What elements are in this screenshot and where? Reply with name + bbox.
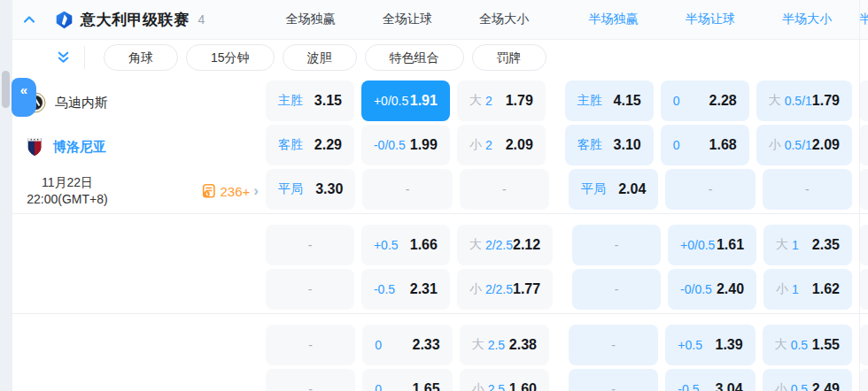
odds-cell[interactable]: 大21.79: [457, 80, 546, 121]
home-team-row[interactable]: 乌迪内斯: [12, 80, 266, 125]
odds-line-value: 2.5: [488, 382, 505, 391]
secondary-odds-group: -+0.51.66大2/2.52.12-+0/0.51.61大12.35--0.…: [12, 214, 868, 313]
odds-cell[interactable]: 01.65: [362, 369, 452, 391]
odds-option-label: +0/0.5: [680, 238, 715, 252]
empty-odds-dash: -: [611, 382, 616, 391]
odds-value: 1.99: [410, 137, 438, 153]
filter-pill[interactable]: 15分钟: [186, 44, 275, 71]
odds-line-value: 1: [792, 238, 799, 252]
odds-cell[interactable]: -0.53.04: [665, 369, 755, 391]
odds-cell[interactable]: 平局3.30: [266, 169, 355, 210]
filter-pill[interactable]: 角球: [104, 44, 178, 71]
odds-option-label: 0: [673, 94, 680, 108]
away-team-crest-icon: [25, 136, 44, 157]
next-column-sliver-cell: [859, 225, 868, 265]
collapse-panel-tab[interactable]: «: [12, 78, 36, 117]
odds-line-value: 0.5/1: [785, 138, 812, 152]
odds-value: 2.31: [410, 281, 438, 297]
expand-double-chevron-down-icon[interactable]: [55, 50, 72, 66]
odds-cell[interactable]: +0/0.51.61: [668, 225, 756, 265]
odds-cell[interactable]: 小2/2.51.77: [457, 269, 553, 310]
more-markets-link[interactable]: 236+ ›: [201, 183, 259, 199]
left-gutter: [0, 0, 12, 391]
odds-value: 1.68: [709, 137, 737, 153]
odds-option-label: 0: [375, 382, 382, 391]
column-header-1[interactable]: 全场独赢: [266, 12, 355, 27]
empty-odds-dash: -: [308, 282, 313, 296]
odds-cell[interactable]: 02.33: [362, 325, 452, 365]
odds-cell[interactable]: 客胜3.10: [565, 125, 654, 165]
odds-cell-empty: -: [266, 225, 354, 265]
odds-cell[interactable]: 平局2.04: [569, 169, 658, 210]
odds-option-label: 大: [472, 337, 484, 353]
league-card: 意大利甲级联赛 4 全场独赢全场让球全场大小半场独赢半场让球半场大小半 角球15…: [12, 0, 868, 391]
odds-cell[interactable]: 小11.62: [763, 269, 852, 310]
odds-option-label: 主胜: [278, 93, 303, 109]
odds-option-label: 小: [469, 281, 482, 297]
odds-cell[interactable]: 小0.52.49: [763, 369, 852, 391]
empty-odds-dash: -: [709, 182, 713, 196]
odds-option-label: 主胜: [577, 93, 602, 109]
odds-value: 1.66: [410, 237, 438, 253]
odds-cell[interactable]: 客胜2.29: [266, 125, 354, 165]
odds-cell-empty: -: [266, 325, 355, 365]
odds-row: -01.65小2.51.60--0.53.04小0.52.49: [266, 369, 868, 391]
odds-cell[interactable]: 02.28: [661, 80, 749, 121]
filter-pill[interactable]: 罚牌: [472, 44, 546, 71]
odds-cell[interactable]: 小22.09: [457, 125, 546, 165]
odds-line-value: 1: [792, 282, 799, 296]
odds-row: -+0.51.66大2/2.52.12-+0/0.51.61大12.35: [266, 225, 868, 265]
odds-rows-main: 主胜3.15+0/0.51.91大21.79主胜4.1502.28大0.5/11…: [266, 80, 868, 213]
filter-pill[interactable]: 波胆: [283, 44, 357, 71]
odds-value: 3.30: [315, 181, 343, 197]
odds-cell[interactable]: 大0.5/11.79: [756, 80, 852, 121]
odds-cell[interactable]: 大12.35: [763, 225, 852, 265]
odds-cell[interactable]: -0/0.52.40: [668, 269, 756, 310]
odds-line-value: 2: [485, 94, 492, 108]
filter-pill[interactable]: 特色组合: [365, 44, 464, 71]
odds-cell[interactable]: 小0.5/12.09: [756, 125, 852, 165]
home-team-name: 乌迪内斯: [55, 95, 108, 111]
collapse-league-chevron-up-icon[interactable]: [22, 12, 36, 27]
away-team-row[interactable]: 博洛尼亚: [12, 125, 266, 169]
odds-option-label: 大: [469, 237, 482, 253]
odds-cell-empty: -: [362, 169, 452, 210]
next-column-sliver-cell: [859, 125, 868, 165]
odds-value: 1.39: [716, 337, 743, 353]
odds-value: 4.15: [614, 93, 641, 109]
empty-odds-dash: -: [308, 382, 313, 391]
odds-option-label: 客胜: [278, 137, 303, 153]
odds-value: 1.65: [413, 381, 440, 391]
odds-option-label: 0: [375, 338, 382, 352]
odds-cell[interactable]: 01.68: [661, 125, 749, 165]
odds-cell[interactable]: +0.51.39: [665, 325, 755, 365]
odds-option-label: 大: [769, 93, 781, 109]
odds-value: 1.79: [506, 93, 533, 109]
column-header-3[interactable]: 全场大小: [460, 12, 549, 27]
markets-list-icon: [201, 183, 217, 199]
scrollbar-thumb[interactable]: [2, 71, 10, 108]
odds-value: 2.49: [812, 381, 840, 391]
odds-cell[interactable]: 大2/2.52.12: [457, 225, 553, 265]
odds-cell[interactable]: 大2.52.38: [460, 325, 549, 365]
match-time: 22:00(GMT+8): [12, 191, 122, 208]
odds-option-label: 客胜: [577, 137, 602, 153]
column-header-6[interactable]: 半场大小: [763, 12, 852, 27]
odds-value: 1.60: [509, 381, 537, 391]
odds-value: 2.38: [509, 337, 537, 353]
odds-cell[interactable]: -0/0.51.99: [361, 125, 450, 165]
odds-cell[interactable]: 小2.51.60: [460, 369, 549, 391]
column-header-2[interactable]: 全场让球: [362, 12, 452, 27]
column-header-4[interactable]: 半场独赢: [569, 12, 658, 27]
odds-option-label: -0.5: [678, 382, 699, 391]
odds-cell[interactable]: +0/0.51.91: [361, 80, 450, 121]
column-header-5[interactable]: 半场让球: [665, 12, 755, 27]
odds-cell[interactable]: 主胜4.15: [565, 80, 654, 121]
odds-cell[interactable]: 主胜3.15: [266, 80, 354, 121]
odds-option-label: +0.5: [678, 338, 702, 352]
more-markets-chevron-icon: ›: [253, 183, 259, 198]
odds-cell[interactable]: 大0.51.55: [763, 325, 852, 365]
odds-cell[interactable]: -0.52.31: [361, 269, 450, 310]
odds-cell[interactable]: +0.51.66: [361, 225, 450, 265]
away-team-name: 博洛尼亚: [53, 139, 106, 156]
